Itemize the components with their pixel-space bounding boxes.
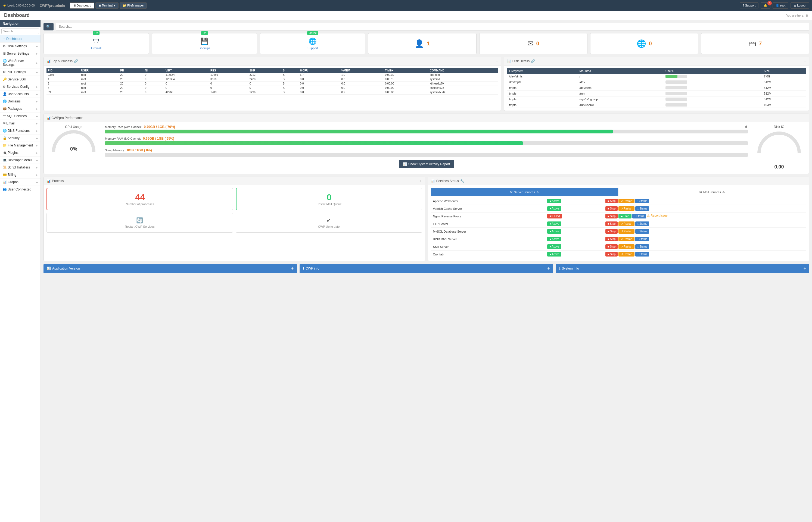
table-row: 2root200000S0.00.00:00.00kthreadd/5+ xyxy=(46,81,498,86)
bottom-panels: 📊 Process + 44 Number of processes 0 Pos… xyxy=(43,177,809,261)
sidebar-item-server-settings[interactable]: 🖥 Server Settings▸ xyxy=(0,50,40,57)
sidebar-item-dns-functions[interactable]: 🌐 DNS Functions▸ xyxy=(0,127,40,135)
sidebar-search-input[interactable] xyxy=(1,28,39,34)
sidebar-item-file-management[interactable]: 📁 File Management▸ xyxy=(0,142,40,149)
stat-users: 👤 1 xyxy=(368,33,476,54)
status-btn-3[interactable]: ℹ Status xyxy=(635,221,649,226)
sidebar-item-email[interactable]: ✉ Email▸ xyxy=(0,120,40,127)
status-btn-0[interactable]: ℹ Status xyxy=(635,199,649,203)
sidebar-item-user-accounts[interactable]: 👤 User Accounts▸ xyxy=(0,91,40,98)
app-version-add-btn[interactable]: + xyxy=(291,266,294,271)
postfix-queue-label: Postfix Mail Queue xyxy=(241,202,418,206)
sidebar-item-developer-menu[interactable]: 💻 Developer Menu▸ xyxy=(0,157,40,164)
perf-body: CPU Usage 0% Memory RAM (with Cache): 0.… xyxy=(44,122,809,174)
disk-panel-header: 📊 Disk Details 🔗 + xyxy=(504,57,809,65)
service-status-6[interactable]: ● Active xyxy=(547,244,561,249)
topbar-nav: 🖥 Dashboard ▣ Terminal ▾ 📁 FileManager xyxy=(70,2,737,9)
top-process-add-btn[interactable]: + xyxy=(496,59,498,64)
service-status-3[interactable]: ● Active xyxy=(547,221,561,226)
status-btn-5[interactable]: ℹ Status xyxy=(635,237,649,241)
status-btn-4[interactable]: ℹ Status xyxy=(635,229,649,234)
restart-btn-1[interactable]: ↺ Restart xyxy=(618,206,634,211)
sidebar-item-dashboard[interactable]: ⊞ Dashboard xyxy=(0,35,40,43)
sidebar-item-php-settings[interactable]: ⚙ PHP Settings▸ xyxy=(0,68,40,76)
restart-btn-3[interactable]: ↺ Restart xyxy=(618,221,634,226)
sidebar-item-webserver-settings[interactable]: 🌐 WebServer Settings▸ xyxy=(0,57,40,68)
process-panel-add-btn[interactable]: + xyxy=(419,179,422,183)
process-panel-body: 44 Number of processes 0 Postfix Mail Qu… xyxy=(44,185,425,235)
backups-widget[interactable]: On 💾 Backups xyxy=(152,33,257,54)
sidebar-item-packages[interactable]: 📦 Packages▸ xyxy=(0,105,40,113)
server-services-tab[interactable]: ⚙ Server Services ⚠ xyxy=(431,188,618,196)
user-btn[interactable]: 👤 root xyxy=(773,2,788,9)
restart-btn-0[interactable]: ↺ Restart xyxy=(618,199,634,203)
sidebar-item-plugins[interactable]: 🔌 Plugins▸ xyxy=(0,149,40,157)
logout-btn[interactable]: ⏏ Logout xyxy=(791,2,809,9)
dashboard-nav-btn[interactable]: 🖥 Dashboard xyxy=(70,2,94,9)
stop-btn-0[interactable]: ■ Stop xyxy=(606,199,618,203)
filemanager-nav-btn[interactable]: 📁 FileManager xyxy=(120,2,147,9)
stop-btn-1[interactable]: ■ Stop xyxy=(606,206,618,211)
disk-add-btn[interactable]: + xyxy=(804,59,806,64)
stop-btn-7[interactable]: ■ Stop xyxy=(606,252,618,257)
restart-btn-5[interactable]: ↺ Restart xyxy=(618,237,634,241)
firewall-widget[interactable]: On 🛡 Firewall xyxy=(43,33,149,54)
service-status-7[interactable]: ● Active xyxy=(547,252,561,257)
col-user: USER xyxy=(80,68,119,73)
restart-btn-4[interactable]: ↺ Restart xyxy=(618,229,634,234)
service-status-0[interactable]: ● Active xyxy=(547,199,561,203)
cwp-uptodate-btn[interactable]: ✔ CWP Up to date xyxy=(236,213,422,233)
notifications-bell[interactable]: 🔔 8 xyxy=(760,2,770,9)
process-count: 44 xyxy=(52,193,229,202)
sidebar-item-cwp-settings[interactable]: ⚙ CWP Settings▸ xyxy=(0,43,40,50)
search-input[interactable] xyxy=(56,23,809,31)
restart-cwp-btn[interactable]: 🔄 Restart CWP Services xyxy=(46,213,233,233)
top-panels-row: 📊 Top 5 Process 🔗 + PID USER PR xyxy=(43,57,809,111)
table-row: 3root200000S0.00.00:00.00khelper/578 xyxy=(46,86,498,90)
show-report-btn[interactable]: 📊 Show System Activity Report xyxy=(399,160,454,168)
report-issue-link[interactable]: ⚠ Report Issue xyxy=(647,214,667,219)
sidebar-item-user-connected[interactable]: 👥 User Connected xyxy=(0,186,40,193)
system-info-add-btn[interactable]: + xyxy=(804,266,806,271)
stop-btn-4[interactable]: ■ Stop xyxy=(606,229,618,234)
terminal-nav-btn[interactable]: ▣ Terminal ▾ xyxy=(95,2,119,9)
status-btn-6[interactable]: ℹ Status xyxy=(635,244,649,249)
sidebar-item-billing[interactable]: 💳 Billing▸ xyxy=(0,171,40,179)
warning-icon-server: ⚠ xyxy=(536,190,539,194)
stop-btn-2[interactable]: ■ Stop xyxy=(606,214,618,219)
sidebar-item-domains[interactable]: 🌐 Domains▸ xyxy=(0,98,40,105)
sidebar-item-script-installers[interactable]: 📜 Script Installers▸ xyxy=(0,164,40,171)
link-icon: 🔗 xyxy=(74,59,78,63)
support-widget[interactable]: Online 🌐 Support xyxy=(260,33,365,54)
status-btn-7[interactable]: ℹ Status xyxy=(635,252,649,257)
search-button[interactable]: 🔍 xyxy=(43,23,54,31)
support-btn[interactable]: ? Support xyxy=(740,2,759,8)
sidebar-item-sql-services[interactable]: 🗃 SQL Services▸ xyxy=(0,113,40,120)
disk-io-value: 0.00 xyxy=(752,164,806,170)
cwp-info-add-btn[interactable]: + xyxy=(547,266,550,271)
service-status-5[interactable]: ● Active xyxy=(547,237,561,241)
stop-btn-5[interactable]: ■ Stop xyxy=(606,237,618,241)
restart-btn-6[interactable]: ↺ Restart xyxy=(618,244,634,249)
perf-add-btn[interactable]: + xyxy=(804,116,806,120)
mail-services-tab[interactable]: ✉ Mail Services ⚠ xyxy=(618,188,806,196)
stop-btn-3[interactable]: ■ Stop xyxy=(606,221,618,226)
mem-row-no-cache: Memory RAM (NO Cache): 0.65GB / 1GB ( 65… xyxy=(105,137,748,145)
stop-btn-6[interactable]: ■ Stop xyxy=(606,244,618,249)
sidebar-item-service-ssh[interactable]: 🔑 Service SSH xyxy=(0,76,40,83)
status-btn-2[interactable]: ℹ Status xyxy=(632,214,646,219)
sidebar-item-services-config[interactable]: ⚙ Services Config▸ xyxy=(0,83,40,91)
sidebar-item-graphs[interactable]: 📊 Graphs▸ xyxy=(0,179,40,186)
service-status-2[interactable]: ✖ Failed xyxy=(547,214,562,219)
mem-clear-btn[interactable]: 🗑 xyxy=(745,125,748,128)
breadcrumb: You are here: 🖥 xyxy=(786,14,808,17)
status-btn-1[interactable]: ℹ Status xyxy=(635,206,649,211)
service-status-1[interactable]: ● Active xyxy=(547,206,561,211)
col-command: COMMAND xyxy=(429,68,498,73)
sidebar-item-security[interactable]: 🔒 Security▸ xyxy=(0,135,40,142)
start-btn-2[interactable]: ▶ Start xyxy=(618,214,632,219)
services-add-btn[interactable]: + xyxy=(804,179,806,183)
service-status-4[interactable]: ● Active xyxy=(547,229,561,234)
mem-label-with-cache: Memory RAM (with Cache): xyxy=(105,125,142,128)
restart-btn-7[interactable]: ↺ Restart xyxy=(618,252,634,257)
